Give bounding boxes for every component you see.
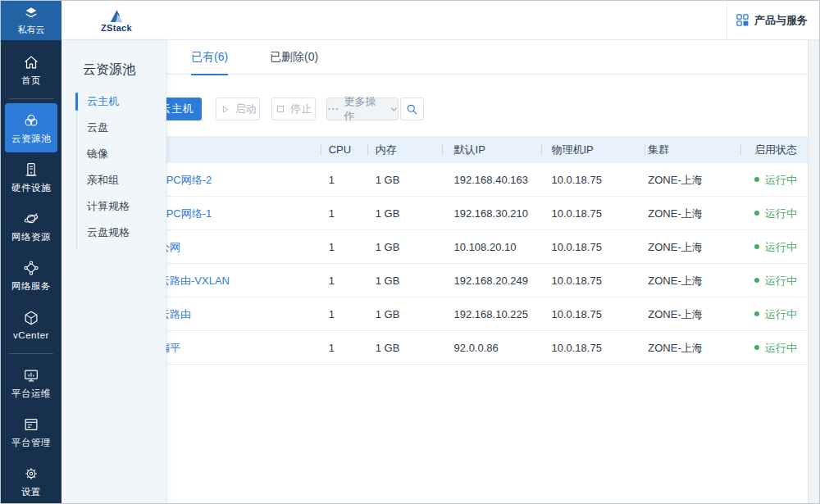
resource-pool-panel: 云资源池 云主机 云盘 镜像 亲和组 计算规格 云盘规格 [61, 40, 166, 503]
table-row[interactable]: 云路由 1 1 GB 192.168.10.225 10.0.18.75 ZON… [61, 297, 808, 331]
panel-item-disk-offering[interactable]: 云盘规格 [61, 220, 166, 246]
panel-title: 云资源池 [83, 61, 166, 79]
vm-default-ip: 192.168.20.249 [442, 264, 542, 297]
table-row[interactable]: 云路由-VXLAN 1 1 GB 192.168.20.249 10.0.18.… [61, 264, 808, 297]
vm-memory: 1 GB [367, 264, 442, 297]
vm-cpu: 1 [321, 163, 367, 196]
col-header-memory: 内存 [367, 136, 442, 163]
panel-item-vm-instances[interactable]: 云主机 [61, 89, 166, 115]
col-header-status: 启用状态 [740, 136, 808, 163]
col-header-default-ip: 默认IP [442, 136, 542, 163]
vm-default-ip: 92.0.0.86 [442, 331, 542, 364]
product-switcher[interactable]: 私有云 [1, 1, 61, 40]
panel-item-images[interactable]: 镜像 [61, 141, 166, 167]
stop-button[interactable]: 停止 [271, 98, 316, 120]
vm-host-ip: 10.0.18.75 [541, 163, 645, 196]
vm-table: CPU 内存 默认IP 物理机IP 集群 启用状态 VPC网络-2 1 1 GB… [61, 136, 808, 365]
sidebar-item-network-resource[interactable]: 网络资源 [1, 202, 61, 251]
vm-memory: 1 GB [367, 331, 442, 364]
toolbar: 创建云主机 启动 停止 更多操作 [61, 98, 808, 120]
tab-bar: 已有(6) 已删除(0) [61, 40, 808, 75]
vcenter-icon [22, 309, 40, 327]
vm-default-ip: 192.168.10.225 [442, 297, 542, 330]
sidebar-item-network-service[interactable]: 网络服务 [1, 251, 61, 300]
status-badge: 运行中 [765, 264, 797, 297]
platform-mgmt-icon [22, 415, 40, 434]
main-sidebar: 私有云 首页 云资源池 硬件设施 网络资源 网络服务 [1, 1, 61, 503]
status-badge: 运行中 [765, 297, 797, 331]
panel-item-volumes[interactable]: 云盘 [61, 115, 166, 141]
status-dot [754, 177, 759, 182]
sidebar-item-resource-pool[interactable]: 云资源池 [5, 103, 57, 152]
vm-cluster: ZONE-上海 [645, 163, 740, 196]
sidebar-item-label: 网络服务 [11, 280, 51, 293]
search-icon [405, 102, 419, 116]
status-badge: 运行中 [765, 197, 797, 230]
vm-host-ip: 10.0.18.75 [541, 197, 645, 229]
network-resource-icon [22, 210, 40, 228]
tab-deleted[interactable]: 已删除(0) [270, 40, 318, 75]
status-badge: 运行中 [765, 331, 797, 365]
stack-icon [21, 5, 41, 23]
vm-memory: 1 GB [367, 230, 442, 263]
ops-icon [22, 366, 40, 384]
sidebar-item-label: 首页 [21, 75, 41, 87]
sidebar-item-label: 平台管理 [11, 437, 51, 449]
panel-menu: 云主机 云盘 镜像 亲和组 计算规格 云盘规格 [61, 89, 166, 246]
sidebar-item-settings[interactable]: 设置 [1, 456, 61, 504]
vm-cluster: ZONE-上海 [645, 297, 740, 330]
vm-default-ip: 192.168.30.210 [442, 197, 542, 229]
sidebar-item-home[interactable]: 首页 [1, 45, 61, 94]
status-dot [754, 211, 759, 216]
vm-host-ip: 10.0.18.75 [541, 230, 645, 263]
scrollbar-track[interactable] [808, 40, 819, 503]
table-row[interactable]: 扁平 1 1 GB 92.0.0.86 10.0.18.75 ZONE-上海 运… [61, 331, 808, 365]
sidebar-item-vcenter[interactable]: vCenter [1, 300, 61, 349]
hardware-icon [22, 161, 40, 179]
zstack-console-window: 已有(6) 已删除(0) 创建云主机 启动 停止 更多操作 [0, 0, 820, 504]
vm-cluster: ZONE-上海 [645, 197, 740, 229]
sidebar-item-platform-ops[interactable]: 平台运维 [1, 358, 61, 407]
vm-cpu: 1 [321, 197, 367, 229]
vm-host-ip: 10.0.18.75 [541, 331, 645, 364]
status-badge: 运行中 [765, 163, 797, 197]
start-label: 启动 [235, 102, 257, 116]
apps-grid-icon [736, 14, 749, 26]
zstack-logo-icon [107, 8, 126, 23]
search-button[interactable] [400, 98, 424, 120]
sidebar-item-hardware[interactable]: 硬件设施 [1, 152, 61, 202]
header-divider [727, 1, 727, 39]
tab-existing[interactable]: 已有(6) [191, 40, 228, 75]
vm-cluster: ZONE-上海 [645, 264, 740, 297]
zstack-logo[interactable]: ZStack [91, 4, 142, 37]
sidebar-item-platform-mgmt[interactable]: 平台管理 [1, 407, 61, 456]
vm-default-ip: 192.168.40.163 [442, 163, 542, 196]
vm-cpu: 1 [321, 297, 367, 330]
table-row[interactable]: VPC网络-1 1 1 GB 192.168.30.210 10.0.18.75… [61, 197, 808, 230]
vm-cluster: ZONE-上海 [645, 331, 740, 364]
vm-cpu: 1 [321, 264, 367, 297]
start-button[interactable]: 启动 [216, 98, 260, 120]
vm-name-link[interactable]: VPC网络-1 [159, 207, 212, 220]
col-header-cluster: 集群 [645, 136, 740, 163]
resource-pool-icon [22, 111, 40, 129]
products-services-button[interactable]: 产品与服务 [731, 1, 813, 39]
status-dot [754, 244, 759, 249]
products-services-label: 产品与服务 [754, 13, 808, 28]
vm-name-link[interactable]: 云路由-VXLAN [159, 275, 230, 287]
table-row[interactable]: VPC网络-2 1 1 GB 192.168.40.163 10.0.18.75… [61, 163, 808, 197]
status-badge: 运行中 [765, 230, 797, 264]
vm-name-link[interactable]: VPC网络-2 [159, 174, 212, 186]
vm-memory: 1 GB [367, 297, 442, 330]
more-actions-button[interactable]: 更多操作 [326, 98, 399, 120]
panel-item-instance-offering[interactable]: 计算规格 [61, 193, 166, 220]
stop-icon [276, 104, 285, 114]
sidebar-item-label: 硬件设施 [11, 182, 51, 194]
sidebar-item-label: 平台运维 [11, 388, 51, 400]
panel-item-affinity-group[interactable]: 亲和组 [61, 167, 166, 193]
home-icon [22, 53, 40, 71]
table-row[interactable]: 公网 1 1 GB 10.108.20.10 10.0.18.75 ZONE-上… [61, 230, 808, 264]
sidebar-item-label: 设置 [21, 486, 41, 498]
sidebar-divider [9, 353, 53, 354]
sidebar-item-label: 网络资源 [11, 231, 51, 243]
